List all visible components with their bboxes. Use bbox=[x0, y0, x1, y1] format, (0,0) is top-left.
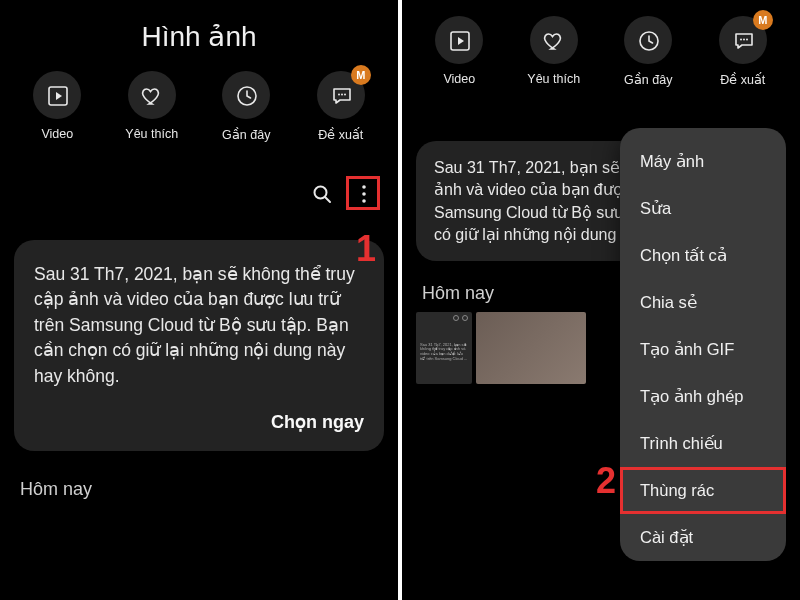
badge-new: M bbox=[753, 10, 773, 30]
category-label: Yêu thích bbox=[527, 72, 580, 86]
menu-item-settings[interactable]: Cài đặt bbox=[620, 514, 786, 551]
screen-left: Hình ảnh Video Yêu thích Gần đây M Đề xu… bbox=[0, 0, 398, 600]
annotation-step-2: 2 bbox=[596, 460, 616, 502]
search-button[interactable] bbox=[304, 176, 338, 210]
category-row: Video Yêu thích Gần đây M Đề xuất bbox=[0, 71, 398, 152]
menu-item-camera[interactable]: Máy ảnh bbox=[620, 138, 786, 185]
clock-icon bbox=[637, 29, 659, 51]
thumbnail-item[interactable] bbox=[476, 312, 586, 384]
overflow-menu: Máy ảnh Sửa Chọn tất cả Chia sẻ Tạo ảnh … bbox=[620, 128, 786, 561]
category-label: Gần đây bbox=[624, 72, 672, 87]
search-icon bbox=[310, 182, 332, 204]
menu-item-edit[interactable]: Sửa bbox=[620, 185, 786, 232]
category-video[interactable]: Video bbox=[417, 16, 501, 87]
menu-item-slideshow[interactable]: Trình chiếu bbox=[620, 420, 786, 467]
clock-icon bbox=[235, 84, 257, 106]
category-favorites[interactable]: Yêu thích bbox=[512, 16, 596, 87]
play-icon bbox=[448, 29, 470, 51]
annotation-step-1: 1 bbox=[356, 228, 376, 270]
category-recent[interactable]: Gần đây bbox=[204, 71, 288, 142]
badge-new: M bbox=[351, 65, 371, 85]
category-label: Yêu thích bbox=[125, 127, 178, 141]
chat-icon bbox=[330, 84, 352, 106]
cloud-notice-card: Sau 31 Th7, 2021, bạn sẽ không thể truy … bbox=[14, 240, 384, 451]
menu-item-create-collage[interactable]: Tạo ảnh ghép bbox=[620, 373, 786, 420]
category-label: Đề xuất bbox=[318, 127, 363, 142]
section-today: Hôm nay bbox=[0, 451, 398, 504]
thumbnail-item[interactable]: Sau 31 Th7, 2021, bạn sẽ không thể truy … bbox=[416, 312, 472, 384]
category-suggestions[interactable]: M Đề xuất bbox=[299, 71, 383, 142]
notice-text: Sau 31 Th7, 2021, bạn sẽ không thể truy … bbox=[34, 262, 364, 389]
category-recent[interactable]: Gần đây bbox=[606, 16, 690, 87]
category-label: Đề xuất bbox=[720, 72, 765, 87]
category-favorites[interactable]: Yêu thích bbox=[110, 71, 194, 142]
chat-icon bbox=[732, 29, 754, 51]
heart-icon bbox=[543, 29, 565, 51]
category-video[interactable]: Video bbox=[15, 71, 99, 142]
play-icon bbox=[46, 84, 68, 106]
category-label: Video bbox=[41, 127, 73, 141]
menu-item-create-gif[interactable]: Tạo ảnh GIF bbox=[620, 326, 786, 373]
category-label: Video bbox=[443, 72, 475, 86]
more-vertical-icon bbox=[352, 182, 374, 204]
more-options-button[interactable] bbox=[346, 176, 380, 210]
category-suggestions[interactable]: M Đề xuất bbox=[701, 16, 785, 87]
category-row: Video Yêu thích Gần đây M Đề xuất bbox=[402, 0, 800, 97]
page-title: Hình ảnh bbox=[0, 0, 398, 71]
screen-right: Video Yêu thích Gần đây M Đề xuất Sau 31… bbox=[402, 0, 800, 600]
toolbar bbox=[0, 152, 398, 220]
menu-item-share[interactable]: Chia sẻ bbox=[620, 279, 786, 326]
menu-item-select-all[interactable]: Chọn tất cả bbox=[620, 232, 786, 279]
menu-item-trash[interactable]: Thùng rác bbox=[620, 467, 786, 514]
heart-icon bbox=[141, 84, 163, 106]
category-label: Gần đây bbox=[222, 127, 270, 142]
notice-action-button[interactable]: Chọn ngay bbox=[34, 411, 364, 433]
